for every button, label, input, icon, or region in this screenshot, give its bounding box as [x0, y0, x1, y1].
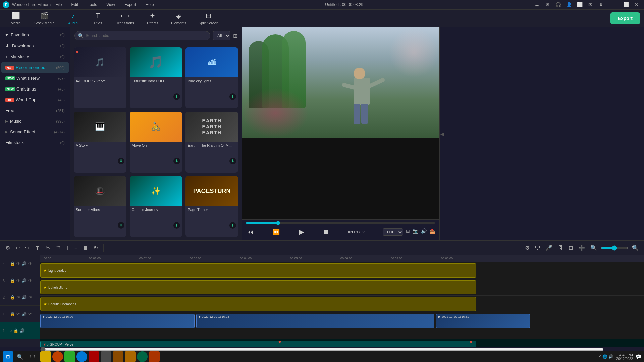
preview-audio-icon[interactable]: 🔊 — [421, 228, 427, 236]
task-view-button[interactable]: ⬚ — [27, 351, 38, 362]
zoom-slider[interactable] — [601, 245, 628, 251]
mail-icon[interactable]: ✉ — [586, 1, 594, 9]
audio-card-4[interactable]: 🎹 ⬇ A Story — [74, 112, 126, 173]
toolbar-transitions[interactable]: ⟷ Transitions — [111, 10, 140, 27]
cloud-icon[interactable]: ☁ — [533, 1, 541, 9]
sidebar-item-my-music[interactable]: ♪ My Music (0) — [1, 51, 69, 62]
maximize-button[interactable]: ⬜ — [621, 0, 631, 9]
text-icon[interactable]: T — [64, 244, 70, 252]
start-button[interactable]: ⊞ — [3, 351, 13, 362]
clip-beautiful-memories[interactable]: ★ Beautifu Memories — [40, 297, 476, 311]
toolbar-audio[interactable]: ♪ Audio — [61, 10, 85, 27]
taskbar-app-10[interactable] — [149, 351, 160, 362]
toolbar-elements[interactable]: ◈ Elements — [166, 10, 192, 27]
timeline-settings-icon[interactable]: ⚙ — [4, 243, 11, 252]
toolbar-titles[interactable]: T Titles — [86, 10, 110, 27]
clip-bokeh-blur[interactable]: ★ Bokeh Blur 5 — [40, 280, 476, 294]
redo-icon[interactable]: ↪ — [24, 243, 31, 252]
headphone-icon[interactable]: 🎧 — [554, 1, 562, 9]
undo-icon[interactable]: ↩ — [14, 243, 21, 252]
menu-tools[interactable]: Tools — [86, 1, 99, 8]
clock[interactable]: 4:48 PM 20/12/2022 — [616, 353, 633, 361]
toolbar-stock-media[interactable]: 🎬 Stock Media — [29, 10, 60, 27]
audio-card-7[interactable]: 🎩 ⬇ Summer Vibes — [74, 176, 126, 237]
timeline-scroll-bar[interactable] — [40, 348, 604, 351]
menu-file[interactable]: File — [53, 1, 64, 8]
track-4-eye2-icon[interactable]: 👁 — [28, 261, 32, 266]
sidebar-item-music[interactable]: ▶ Music (995) — [1, 116, 69, 126]
skip-back-button[interactable]: ⏮ — [246, 227, 255, 237]
taskbar-app-6[interactable] — [101, 351, 111, 362]
menu-view[interactable]: View — [104, 1, 117, 8]
track-4-vol-icon[interactable]: 🔊 — [22, 261, 27, 266]
track-audio-vol-icon[interactable]: 🔊 — [20, 328, 25, 333]
grid-view-icon[interactable]: ⊞ — [233, 33, 237, 39]
brightness-icon[interactable]: ☀ — [543, 1, 551, 9]
preview-snapshot-icon[interactable]: 📷 — [413, 228, 418, 236]
playhead[interactable] — [121, 255, 121, 262]
screen-icon[interactable]: ⬜ — [576, 1, 584, 9]
taskbar-app-7[interactable] — [113, 351, 123, 362]
zoom-select[interactable]: Full 50% 75% — [383, 228, 403, 236]
audio-card-5[interactable]: 🚴 ⬇ Move On — [130, 112, 182, 173]
track-2-vol-icon[interactable]: 🔊 — [22, 295, 27, 300]
track-1-eye2-icon[interactable]: 👁 — [28, 312, 32, 316]
audio-card-2[interactable]: 🎵 ⬇ Futuristic Intro FULL — [130, 47, 182, 108]
rotate-icon[interactable]: ↻ — [92, 243, 99, 252]
taskbar-app-1[interactable] — [40, 351, 51, 362]
track-audio-lock-icon[interactable]: 🔒 — [13, 328, 18, 333]
preview-fit-icon[interactable]: ⊞ — [406, 228, 410, 236]
menu-export[interactable]: Export — [122, 1, 138, 8]
search-taskbar-button[interactable]: 🔍 — [15, 351, 25, 362]
track-4-eye-icon[interactable]: 👁 — [16, 261, 20, 266]
track-1-eye-icon[interactable]: 👁 — [16, 312, 20, 316]
close-button[interactable]: ✕ — [632, 0, 641, 9]
timeline-mix-icon[interactable]: 🎛 — [556, 244, 565, 252]
taskbar-app-3[interactable] — [64, 351, 75, 362]
export-button[interactable]: Export — [610, 12, 640, 24]
taskbar-app-8[interactable] — [125, 351, 136, 362]
track-1-lock-icon[interactable]: 🔒 — [10, 312, 15, 316]
cut-icon[interactable]: ✂ — [44, 243, 51, 252]
clip-light-leak[interactable]: ★ Light Leak 5 — [40, 263, 476, 278]
toolbar-effects[interactable]: ✦ Effects — [141, 10, 164, 27]
taskbar-app-5[interactable] — [89, 351, 99, 362]
track-4-lock-icon[interactable]: 🔒 — [10, 261, 15, 266]
preview-export-icon[interactable]: 📤 — [429, 228, 435, 236]
sidebar-item-christmas[interactable]: NEW Christmas (43) — [1, 84, 69, 94]
zoom-out-icon[interactable]: 🔍 — [589, 243, 598, 252]
progress-bar[interactable] — [246, 222, 435, 224]
sidebar-item-favorites[interactable]: ♥ Favorites (0) — [1, 29, 69, 40]
audio-card-1[interactable]: 🎵 ♥ A-GROUP - Verve — [74, 47, 126, 108]
timeline-add-icon[interactable]: ➕ — [577, 243, 586, 252]
timeline-mic-icon[interactable]: 🎤 — [544, 243, 554, 252]
audio-card-3[interactable]: 🏙 ⬇ Blue city lights — [185, 47, 238, 108]
audio-card-6[interactable]: EARTH EARTH EARTH ⬇ Earth - The Rhythm O… — [185, 112, 238, 173]
track-2-eye-icon[interactable]: 👁 — [16, 295, 20, 300]
video-clip-2[interactable]: ▶ 2022-12-20-1616:23 — [196, 314, 434, 328]
select-icon[interactable]: ⬚ — [54, 243, 62, 252]
menu-edit[interactable]: Edit — [69, 1, 80, 8]
timeline-split-icon[interactable]: ⊟ — [567, 243, 574, 252]
track-3-vol-icon[interactable]: 🔊 — [22, 278, 27, 283]
minimize-button[interactable]: — — [610, 0, 620, 9]
toolbar-media[interactable]: ⬜ Media — [4, 10, 28, 27]
stop-button[interactable]: ⏹ — [322, 227, 331, 237]
track-2-eye2-icon[interactable]: 👁 — [28, 295, 32, 300]
video-clip-1[interactable]: ▶ 2022-12-20-1616:00 — [40, 314, 195, 328]
delete-icon[interactable]: 🗑 — [34, 244, 42, 252]
account-icon[interactable]: 👤 — [565, 1, 573, 9]
timeline-gear-icon[interactable]: ⚙ — [524, 243, 531, 252]
sidebar-item-whats-new[interactable]: NEW What's New (67) — [1, 73, 69, 83]
taskbar-app-4[interactable] — [76, 351, 87, 362]
track-1-vol-icon[interactable]: 🔊 — [22, 312, 27, 316]
track-3-eye-icon[interactable]: 👁 — [16, 278, 20, 283]
sidebar-item-sound-effect[interactable]: ▶ Sound Effect (4274) — [1, 127, 69, 137]
download-icon[interactable]: ⬇ — [597, 1, 605, 9]
video-clip-3[interactable]: ▶ 2022-12-20-1616:51 — [436, 314, 530, 328]
track-3-lock-icon[interactable]: 🔒 — [10, 278, 15, 283]
menu-help[interactable]: Help — [144, 1, 156, 8]
audio-adjust-icon[interactable]: 🎚 — [82, 244, 90, 252]
sidebar-item-free[interactable]: Free (251) — [1, 105, 69, 116]
audio-clip[interactable]: ♥ ♪ GROUP - Verve — [40, 341, 476, 347]
